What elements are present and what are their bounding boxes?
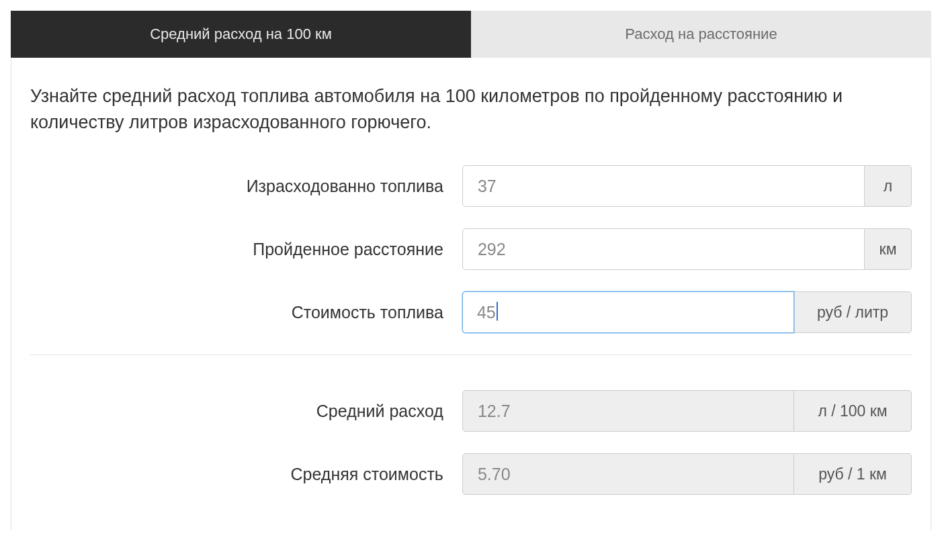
unit-fuel-used: л [865,165,912,207]
input-fuel-used[interactable] [462,165,865,207]
content-panel: Узнайте средний расход топлива автомобил… [11,58,931,530]
group-distance: км [462,228,912,270]
unit-avg-consumption: л / 100 км [794,390,912,432]
output-avg-consumption [462,390,794,432]
label-distance: Пройденное расстояние [30,240,462,259]
tabs: Средний расход на 100 км Расход на расст… [11,11,931,58]
label-avg-consumption: Средний расход [30,402,462,421]
group-avg-cost: руб / 1 км [462,453,912,495]
row-avg-cost: Средняя стоимость руб / 1 км [30,453,912,495]
unit-distance: км [865,228,912,270]
row-distance: Пройденное расстояние км [30,228,912,270]
tab-per-100km[interactable]: Средний расход на 100 км [11,11,471,58]
label-fuel-cost: Стоимость топлива [30,303,462,322]
unit-fuel-cost: руб / литр [794,291,912,333]
unit-avg-cost: руб / 1 км [794,453,912,495]
description-text: Узнайте средний расход топлива автомобил… [30,83,912,136]
group-fuel-used: л [462,165,912,207]
row-fuel-cost: Стоимость топлива 45 руб / литр [30,291,912,333]
divider [30,355,912,355]
group-fuel-cost: 45 руб / литр [462,291,912,333]
row-fuel-used: Израсходованно топлива л [30,165,912,207]
input-fuel-cost[interactable] [462,291,794,333]
label-fuel-used: Израсходованно топлива [30,177,462,196]
input-distance[interactable] [462,228,865,270]
group-avg-consumption: л / 100 км [462,390,912,432]
label-avg-cost: Средняя стоимость [30,465,462,484]
tab-per-distance[interactable]: Расход на расстояние [471,11,931,58]
output-avg-cost [462,453,794,495]
calculator-container: Средний расход на 100 км Расход на расст… [11,11,931,530]
row-avg-consumption: Средний расход л / 100 км [30,390,912,432]
